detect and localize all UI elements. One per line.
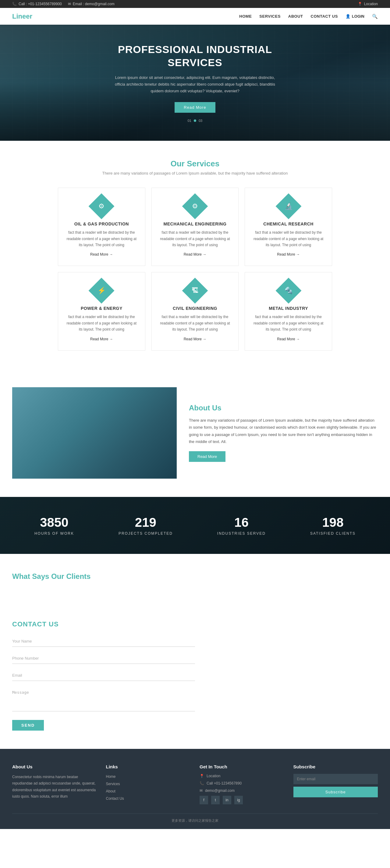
- footer-email-text: demo@gmail.com: [205, 788, 235, 793]
- instagram-icon[interactable]: ig: [234, 796, 243, 804]
- footer-link-about[interactable]: About: [106, 789, 116, 793]
- oil-gas-read-more[interactable]: Read More →: [90, 252, 113, 256]
- power-read-more[interactable]: Read More →: [90, 337, 113, 341]
- contact-section: CONTACT US SEND: [0, 608, 390, 749]
- chemical-desc: fact that a reader will be distracted by…: [251, 229, 326, 248]
- stat-clients-number: 198: [310, 515, 356, 530]
- stat-industries: 16 INDUSTRIES SERVED: [217, 515, 266, 536]
- hero-description: Lorem ipsum dolor sit amet consectetur, …: [111, 74, 279, 94]
- hero-section: PROFESSIONAL INDUSTRIAL SERVICES Lorem i…: [0, 25, 390, 141]
- footer-subscribe-title: Subscribe: [293, 764, 378, 769]
- hero-dots: 01 03: [111, 119, 279, 122]
- power-icon-diamond: ⚡: [89, 278, 115, 304]
- login-icon: 👤: [346, 14, 350, 19]
- stat-projects-number: 219: [119, 515, 173, 530]
- metal-icon: 🔩: [284, 287, 293, 294]
- footer-link-home[interactable]: Home: [106, 774, 116, 779]
- footer: About Us Consectetur nobis minima harum …: [0, 749, 390, 829]
- nav-home[interactable]: HOME: [239, 14, 252, 19]
- send-button[interactable]: SEND: [12, 720, 44, 731]
- location-info: 📍 Location: [358, 2, 378, 6]
- metal-read-more[interactable]: Read More →: [277, 337, 300, 341]
- mechanical-read-more[interactable]: Read More →: [184, 252, 207, 256]
- about-content: About Us There are many variations of pa…: [189, 387, 378, 478]
- footer-bottom-text: 更多资源，请访问之家报告之家: [172, 819, 218, 822]
- about-title-accent: Us: [212, 404, 221, 412]
- facebook-icon[interactable]: f: [200, 796, 208, 804]
- nav-about[interactable]: ABOUT: [288, 14, 303, 19]
- hero-content: PROFESSIONAL INDUSTRIAL SERVICES Lorem i…: [111, 43, 279, 122]
- footer-link-contact[interactable]: Contact Us: [106, 797, 124, 801]
- nav-services[interactable]: SERVICES: [259, 14, 280, 19]
- footer-link-services[interactable]: Services: [106, 782, 120, 786]
- name-input[interactable]: [12, 636, 195, 647]
- stat-industries-label: INDUSTRIES SERVED: [217, 531, 266, 536]
- about-heading: About Us: [189, 404, 378, 412]
- top-bar-left: 📞 Call : +01-1234556789900 ✉ Email : dem…: [12, 2, 115, 6]
- stats-section: 3850 HOURS OF WORK 219 PROJECTS COMPLETE…: [0, 497, 390, 554]
- stat-hours-label: HOURS OF WORK: [34, 531, 74, 536]
- about-image-wrapper: [12, 387, 177, 478]
- subscribe-button[interactable]: Subscribe: [293, 787, 378, 797]
- footer-about-desc: Consectetur nobis minima harum beatae re…: [12, 774, 97, 800]
- twitter-icon[interactable]: t: [211, 796, 220, 804]
- hero-read-more-button[interactable]: Read More: [175, 102, 215, 113]
- testimonials-heading: What Says Our Clients: [12, 572, 378, 581]
- footer-social-links: f t in ig: [200, 796, 284, 804]
- oil-gas-desc: fact that a reader will be distracted by…: [64, 229, 139, 248]
- about-read-more-button[interactable]: Read More: [189, 451, 226, 462]
- services-title-main: Our: [171, 159, 185, 168]
- phone-icon: 📞: [12, 2, 17, 6]
- footer-links-title: Links: [106, 764, 191, 769]
- mechanical-icon-diamond: ⚙: [182, 193, 208, 219]
- email-input[interactable]: [12, 670, 195, 681]
- services-heading: Our Services: [12, 159, 378, 168]
- testimonials-title-main: What Says Our: [12, 572, 64, 580]
- footer-links-list: Home Services About Contact Us: [106, 774, 191, 801]
- chemical-read-more[interactable]: Read More →: [277, 252, 300, 256]
- mechanical-desc: fact that a reader will be distracted by…: [158, 229, 233, 248]
- metal-icon-diamond: 🔩: [275, 278, 301, 304]
- hero-dot-active[interactable]: [194, 119, 196, 122]
- power-title: POWER & ENERGY: [64, 306, 139, 311]
- email-pin-icon: ✉: [200, 788, 203, 793]
- footer-bottom: 更多资源，请访问之家报告之家: [12, 813, 378, 823]
- service-card-oil-gas: ⚙ OIL & GAS PRODUCTION fact that a reade…: [58, 188, 145, 266]
- services-grid: ⚙ OIL & GAS PRODUCTION fact that a reade…: [58, 188, 332, 350]
- logo-text: Lineer: [12, 12, 32, 20]
- email-label: Email : demo@gmail.com: [73, 2, 115, 6]
- service-card-mechanical: ⚙ MECHANICAL ENGINEERING fact that a rea…: [151, 188, 239, 266]
- phone-label: Call : +01-1234556789900: [19, 2, 62, 6]
- civil-desc: fact that a reader will be distracted by…: [158, 314, 233, 332]
- stat-clients: 198 SATISFIED CLIENTS: [310, 515, 356, 536]
- nav-login[interactable]: 👤 LOGIN: [346, 14, 364, 19]
- top-bar: 📞 Call : +01-1234556789900 ✉ Email : dem…: [0, 0, 390, 8]
- contact-form: SEND: [12, 636, 195, 731]
- search-icon[interactable]: 🔍: [372, 14, 378, 19]
- service-card-chemical: 🔬 CHEMICAL RESEARCH fact that a reader w…: [245, 188, 332, 266]
- service-card-power: ⚡ POWER & ENERGY fact that a reader will…: [58, 272, 145, 350]
- location-label: Location: [364, 2, 378, 6]
- testimonials-section: What Says Our Clients: [0, 554, 390, 608]
- linkedin-icon[interactable]: in: [223, 796, 231, 804]
- phone-input[interactable]: [12, 653, 195, 664]
- site-logo[interactable]: Lineer: [12, 12, 32, 21]
- power-desc: fact that a reader will be distracted by…: [64, 314, 139, 332]
- hero-title: PROFESSIONAL INDUSTRIAL SERVICES: [111, 43, 279, 69]
- chemical-title: CHEMICAL RESEARCH: [251, 221, 326, 226]
- footer-contact-col: Get In Touch 📍 Location 📞 Call +01-12345…: [200, 764, 284, 804]
- civil-icon: 🏗: [192, 287, 198, 294]
- stat-industries-number: 16: [217, 515, 266, 530]
- footer-subscribe-col: Subscribe Subscribe: [293, 764, 378, 804]
- civil-read-more[interactable]: Read More →: [184, 337, 207, 341]
- testimonials-title-accent: Clients: [66, 572, 90, 580]
- footer-phone-text: Call +01-1234567890: [207, 781, 242, 785]
- navbar: Lineer HOME SERVICES ABOUT CONTACT US 👤 …: [0, 8, 390, 25]
- subscribe-email-input[interactable]: [293, 774, 378, 784]
- nav-contact[interactable]: CONTACT US: [311, 14, 338, 19]
- chemical-icon-diamond: 🔬: [275, 193, 301, 219]
- nav-links: HOME SERVICES ABOUT CONTACT US 👤 LOGIN 🔍: [239, 14, 378, 19]
- stat-clients-label: SATISFIED CLIENTS: [310, 531, 356, 536]
- about-image: [12, 387, 177, 478]
- message-input[interactable]: [12, 687, 195, 711]
